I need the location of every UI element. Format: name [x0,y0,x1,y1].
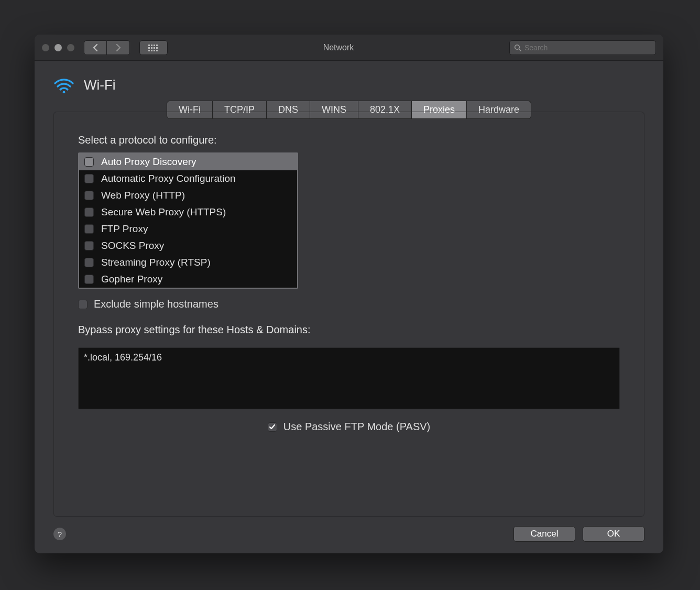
protocol-item[interactable]: Streaming Proxy (RTSP) [79,254,297,271]
close-window-icon[interactable] [42,44,49,51]
bypass-textarea[interactable]: *.local, 169.254/16 [78,347,620,409]
protocol-checkbox[interactable] [84,275,94,284]
svg-line-13 [519,49,521,51]
protocol-checkbox[interactable] [84,241,94,250]
forward-button[interactable] [107,40,130,55]
interface-name: Wi-Fi [84,77,116,93]
svg-rect-1 [151,45,152,46]
exclude-simple-checkbox[interactable] [78,300,88,309]
svg-rect-3 [156,45,158,46]
select-protocol-label: Select a protocol to configure: [78,134,620,146]
window-title: Network [173,43,504,52]
protocol-label: Auto Proxy Discovery [101,156,196,168]
protocol-list[interactable]: Auto Proxy DiscoveryAutomatic Proxy Conf… [78,152,298,289]
svg-rect-0 [148,45,150,46]
protocol-item[interactable]: Secure Web Proxy (HTTPS) [79,204,297,221]
back-button[interactable] [84,40,107,55]
cancel-button[interactable]: Cancel [513,526,575,542]
protocol-label: Web Proxy (HTTP) [101,190,185,201]
svg-rect-8 [148,50,150,51]
protocol-label: Streaming Proxy (RTSP) [101,257,211,268]
pasv-row[interactable]: Use Passive FTP Mode (PASV) [78,421,620,433]
titlebar: Network [35,35,663,61]
protocol-item[interactable]: Web Proxy (HTTP) [79,187,297,204]
ok-button[interactable]: OK [583,526,644,542]
svg-point-14 [63,91,65,93]
exclude-simple-row[interactable]: Exclude simple hostnames [78,298,620,310]
svg-rect-7 [156,47,158,49]
pasv-label: Use Passive FTP Mode (PASV) [283,421,430,433]
content-area: Wi-Fi Wi-FiTCP/IPDNSWINS802.1XProxiesHar… [35,61,663,553]
minimize-window-icon[interactable] [54,44,62,51]
interface-header: Wi-Fi [53,77,644,93]
proxies-panel: Select a protocol to configure: Auto Pro… [53,112,644,517]
protocol-checkbox[interactable] [84,174,94,183]
search-icon [514,44,521,51]
protocol-item[interactable]: Automatic Proxy Configuration [79,170,297,187]
checkmark-icon [269,423,276,430]
zoom-window-icon[interactable] [67,44,74,51]
svg-rect-10 [154,50,155,51]
protocol-checkbox[interactable] [84,157,94,167]
protocol-label: SOCKS Proxy [101,240,164,252]
search-field[interactable] [509,40,656,55]
grid-icon [148,44,159,51]
svg-rect-9 [151,50,152,51]
protocol-checkbox[interactable] [84,191,94,200]
bypass-label: Bypass proxy settings for these Hosts & … [78,324,620,336]
search-input[interactable] [524,43,651,52]
exclude-simple-label: Exclude simple hostnames [94,298,218,310]
window-controls [42,44,74,51]
svg-rect-4 [148,47,150,49]
show-all-button[interactable] [139,40,168,55]
pasv-checkbox[interactable] [268,422,277,432]
preferences-window: Network Wi-Fi Wi-FiTCP/IPDNSWINS802.1XPr… [35,35,663,553]
protocol-item[interactable]: Auto Proxy Discovery [79,154,297,170]
protocol-item[interactable]: Gopher Proxy [79,271,297,288]
help-button[interactable]: ? [53,528,66,540]
protocol-label: FTP Proxy [101,223,148,235]
protocol-label: Automatic Proxy Configuration [101,173,236,184]
wifi-icon [53,77,74,93]
protocol-checkbox[interactable] [84,207,94,217]
protocol-item[interactable]: SOCKS Proxy [79,237,297,254]
protocol-label: Secure Web Proxy (HTTPS) [101,206,226,218]
svg-rect-11 [156,50,158,51]
footer: ? Cancel OK [53,517,644,542]
svg-rect-6 [154,47,155,49]
protocol-label: Gopher Proxy [101,274,162,285]
svg-rect-2 [154,45,155,46]
svg-rect-5 [151,47,152,49]
protocol-checkbox[interactable] [84,224,94,234]
protocol-checkbox[interactable] [84,258,94,267]
protocol-item[interactable]: FTP Proxy [79,221,297,237]
nav-back-forward [84,40,130,55]
